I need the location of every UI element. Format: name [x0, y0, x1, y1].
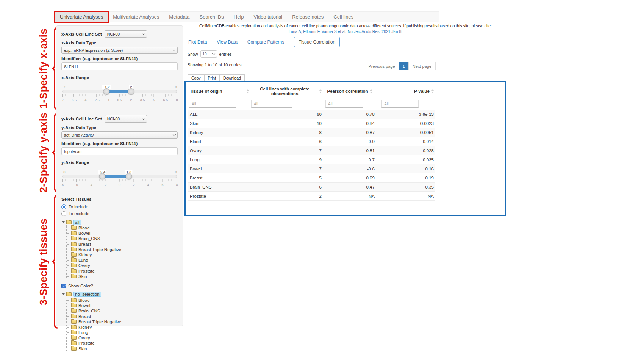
tree-node-kidney[interactable]: Kidney: [67, 252, 178, 257]
tree-expand-icon[interactable]: [62, 293, 65, 295]
filter-tissue-input[interactable]: [189, 100, 236, 108]
x-axis-cell-line-set-select[interactable]: NCI-60: [105, 30, 147, 38]
column-header-cell-lines[interactable]: Cell lines with complete observations: [252, 87, 317, 96]
nav-item-release-notes[interactable]: Release notes: [287, 12, 328, 22]
print-button[interactable]: Print: [204, 74, 220, 81]
tree-node-prostate[interactable]: Prostate: [67, 268, 178, 274]
chevron-down-icon: [173, 48, 176, 51]
x-axis-identifier-input[interactable]: [61, 62, 178, 70]
download-button[interactable]: Download: [219, 74, 245, 81]
tab-compare-patterns[interactable]: Compare Patterns: [247, 39, 284, 45]
sort-icon[interactable]: [247, 89, 249, 93]
entries-count-select[interactable]: 10: [200, 50, 217, 58]
sort-icon[interactable]: [431, 89, 434, 93]
tab-plot-data[interactable]: Plot Data: [188, 39, 207, 45]
column-header-tissue[interactable]: Tissue of origin: [190, 89, 222, 94]
filter-pearson-input[interactable]: [325, 100, 363, 108]
tree-node-brain-cns[interactable]: Brain_CNS: [67, 308, 178, 314]
nav-item-help[interactable]: Help: [229, 12, 249, 22]
x-axis-range-slider[interactable]: -7 8 -1.2 2 -7 -5.5 -4 -2.5 -1 0.5 2 3.5…: [62, 85, 177, 104]
tree-node-blood[interactable]: Blood: [67, 225, 178, 231]
slider-selected-bar[interactable]: [106, 90, 131, 93]
slider-selected-bar[interactable]: [102, 175, 129, 178]
tab-view-data[interactable]: View Data: [217, 39, 237, 45]
y-axis-identifier-input[interactable]: [61, 147, 178, 155]
table-row[interactable]: Blood60.90.014: [188, 137, 435, 146]
show-color-checkbox[interactable]: Show Color?: [61, 282, 178, 289]
nav-item-search-ids[interactable]: Search IDs: [195, 12, 229, 22]
sort-icon[interactable]: [319, 89, 322, 93]
table-row[interactable]: Brain_CNS60.470.35: [188, 183, 435, 192]
folder-icon: [71, 237, 77, 240]
slider-grid: -7 -5.5 -4 -2.5 -1 0.5 2 3.5 5 6.5 8: [62, 94, 177, 103]
sort-icon[interactable]: [370, 89, 372, 93]
nav-item-cell-lines[interactable]: Cell lines: [328, 12, 358, 22]
citation-link[interactable]: Luna A, Elloumi F, Varma S et al. Nuclei…: [184, 29, 506, 34]
table-row[interactable]: Breast50.690.19: [188, 173, 435, 183]
tree-node-bowel[interactable]: Bowel: [67, 231, 178, 236]
table-row[interactable]: Skin100.840.0023: [188, 119, 435, 128]
table-row[interactable]: Ovary70.810.028: [188, 146, 435, 155]
table-row[interactable]: Prostate2NANA: [188, 192, 435, 201]
slider-handle-to[interactable]: [128, 88, 134, 95]
radio-to-exclude[interactable]: To exclude: [61, 210, 178, 217]
table-row[interactable]: Bowel7-0.60.16: [188, 164, 435, 173]
tree-node-breast[interactable]: Breast: [67, 314, 178, 319]
folder-icon: [71, 269, 77, 273]
tree-node-skin[interactable]: Skin: [67, 274, 178, 279]
x-axis-range-label: x-Axis Range: [61, 75, 178, 80]
export-buttons: Copy Print Download: [188, 74, 244, 81]
next-page-button[interactable]: Next page: [408, 62, 436, 70]
tab-tissue-correlation[interactable]: Tissue Correlation: [294, 37, 340, 47]
show-entries-row: Show 10 entries: [188, 50, 506, 58]
slider-handle-from[interactable]: [99, 173, 106, 179]
tree-node-prostate[interactable]: Prostate: [67, 340, 178, 346]
slider-handle-to[interactable]: [126, 173, 132, 179]
y-axis-identifier-label: Identifier: (e.g. topotecan or SLFN11): [61, 141, 178, 146]
entries-count-value: 10: [203, 52, 207, 56]
column-header-pvalue[interactable]: P-value: [414, 89, 430, 94]
tree-node-breast-triple-negative[interactable]: Breast Triple Negative: [67, 247, 178, 252]
main-content: CellMinerCDB enables exploration and ana…: [184, 23, 506, 224]
y-axis-cell-line-set-select[interactable]: NCI-60: [105, 115, 147, 123]
column-header-pearson[interactable]: Pearson correlation: [327, 89, 368, 94]
tree-node-kidney[interactable]: Kidney: [67, 325, 178, 330]
tree-node-bowel[interactable]: Bowel: [67, 303, 178, 308]
annotation-step3-label: 3-Specify tissues: [36, 194, 51, 329]
y-axis-range-slider[interactable]: -8 8 -2.4 1.3 -8 -6 -4 -2 0 2 4 6 8: [62, 170, 177, 189]
tree-node-all[interactable]: all: [73, 220, 81, 225]
tree-node-breast[interactable]: Breast: [67, 242, 178, 247]
slider-handle-from[interactable]: [103, 88, 110, 95]
copy-button[interactable]: Copy: [188, 74, 205, 81]
tree-node-skin[interactable]: Skin: [67, 346, 178, 351]
tree-node-blood[interactable]: Blood: [67, 298, 178, 303]
previous-page-button[interactable]: Previous page: [364, 62, 399, 70]
tree-expand-icon[interactable]: [62, 221, 65, 223]
radio-selected-icon: [61, 204, 66, 209]
tissue-include-tree: all Blood Bowel Brain_CNS Breast Breast …: [61, 219, 178, 279]
tree-node-no-selection[interactable]: no_selection: [73, 292, 101, 297]
nav-item-metadata[interactable]: Metadata: [164, 12, 194, 22]
filter-pvalue-input[interactable]: [381, 100, 419, 108]
table-info-text: Showing 1 to 10 of 10 entries: [188, 62, 506, 67]
checkbox-checked-icon: [61, 284, 66, 288]
x-axis-data-type-select[interactable]: exp: mRNA Expression (Z-Score): [61, 47, 178, 54]
tree-node-ovary[interactable]: Ovary: [67, 263, 178, 268]
nav-item-univariate-analyses[interactable]: Univariate Analyses: [55, 12, 108, 22]
table-row[interactable]: Lung90.70.035: [188, 155, 435, 164]
folder-icon: [71, 347, 77, 351]
tree-node-brain-cns[interactable]: Brain_CNS: [67, 236, 178, 241]
y-axis-data-type-select[interactable]: act: Drug Activity: [61, 131, 178, 139]
tree-node-lung[interactable]: Lung: [67, 330, 178, 335]
table-row[interactable]: ALL600.783.6e-13: [188, 110, 435, 119]
nav-item-multivariate-analyses[interactable]: Multivariate Analyses: [108, 12, 164, 22]
tree-node-lung[interactable]: Lung: [67, 257, 178, 263]
filter-cell-lines-input[interactable]: [251, 100, 292, 108]
tree-node-breast-triple-negative[interactable]: Breast Triple Negative: [67, 319, 178, 325]
radio-to-include[interactable]: To include: [61, 203, 178, 210]
tree-node-ovary[interactable]: Ovary: [67, 335, 178, 340]
table-row[interactable]: Kidney80.870.0051: [188, 128, 435, 137]
page-1-button[interactable]: 1: [399, 62, 409, 70]
citation-text: CellMinerCDB enables exploration and ana…: [184, 23, 506, 28]
nav-item-video-tutorial[interactable]: Video tutorial: [249, 12, 288, 22]
